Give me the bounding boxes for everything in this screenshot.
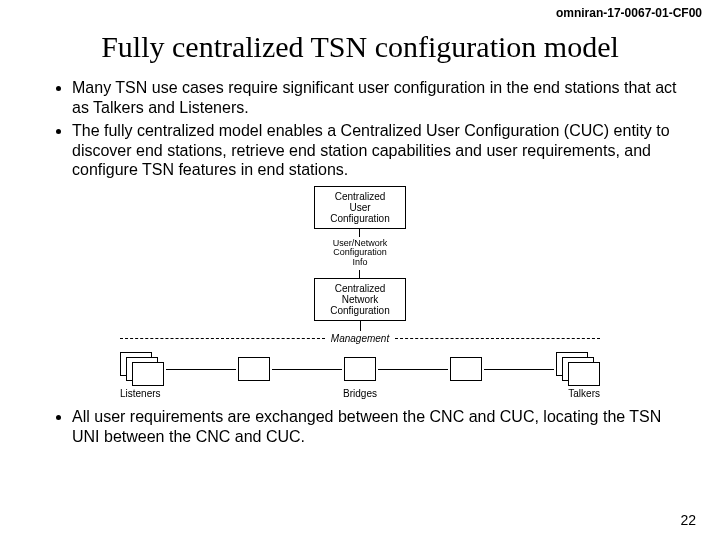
connector-line (360, 321, 361, 331)
listeners-stack (120, 352, 164, 386)
page-number: 22 (680, 512, 696, 528)
slide: omniran-17-0067-01-CF00 Fully centralize… (0, 0, 720, 540)
cuc-cnc-link: User/NetworkConfigurationInfo (333, 229, 388, 279)
bridges-label: Bridges (180, 388, 540, 399)
management-row: Management (120, 333, 600, 344)
node-icon (132, 362, 164, 386)
net-line (166, 369, 236, 370)
dashed-line (120, 338, 325, 339)
net-line (484, 369, 554, 370)
dashed-line (395, 338, 600, 339)
network-row (120, 352, 600, 386)
link-label: User/NetworkConfigurationInfo (333, 239, 388, 269)
talkers-stack (556, 352, 600, 386)
network-labels: Listeners Bridges Talkers (120, 388, 600, 399)
diagram: CentralizedUserConfiguration User/Networ… (120, 186, 600, 400)
connector-line (359, 229, 360, 237)
bullet-list-top: Many TSN use cases require significant u… (38, 78, 682, 180)
bullet-item: The fully centralized model enables a Ce… (72, 121, 682, 180)
talkers-label: Talkers (540, 388, 600, 399)
bullet-list-bottom: All user requirements are exchanged betw… (38, 407, 682, 446)
slide-title: Fully centralized TSN configuration mode… (28, 30, 692, 64)
bullet-item: All user requirements are exchanged betw… (72, 407, 682, 446)
bridge-icon (238, 357, 270, 381)
bridge-icon (344, 357, 376, 381)
management-label: Management (331, 333, 389, 344)
bridge-icon (450, 357, 482, 381)
listeners-label: Listeners (120, 388, 180, 399)
cnc-box: CentralizedNetworkConfiguration (314, 278, 406, 321)
node-icon (568, 362, 600, 386)
connector-line (359, 270, 360, 278)
cuc-box: CentralizedUserConfiguration (314, 186, 406, 229)
net-line (378, 369, 448, 370)
net-line (272, 369, 342, 370)
bullet-item: Many TSN use cases require significant u… (72, 78, 682, 117)
document-id: omniran-17-0067-01-CF00 (556, 6, 702, 20)
